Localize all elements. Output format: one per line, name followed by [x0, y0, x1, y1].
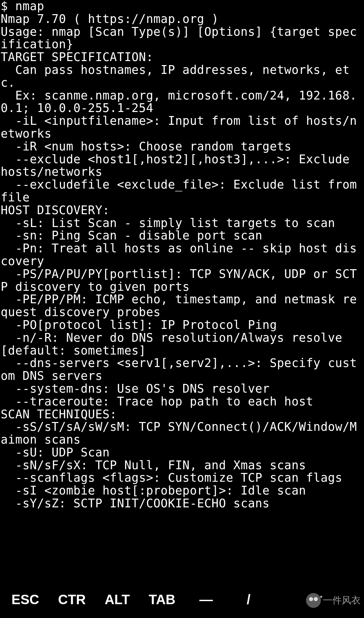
ctr-key[interactable]: CTR — [58, 589, 86, 610]
watermark: 一件风衣 — [306, 593, 361, 608]
dash-key[interactable]: — — [194, 589, 218, 610]
alt-key[interactable]: ALT — [104, 589, 130, 610]
wechat-dot — [320, 596, 322, 598]
wechat-icon — [306, 593, 321, 608]
watermark-text: 一件风衣 — [323, 594, 361, 607]
terminal-output[interactable]: $ nmap Nmap 7.70 ( https://nmap.org ) Us… — [0, 0, 364, 581]
slash-key[interactable]: / — [237, 589, 261, 610]
esc-key[interactable]: ESC — [11, 589, 39, 610]
tab-key[interactable]: TAB — [149, 589, 175, 610]
